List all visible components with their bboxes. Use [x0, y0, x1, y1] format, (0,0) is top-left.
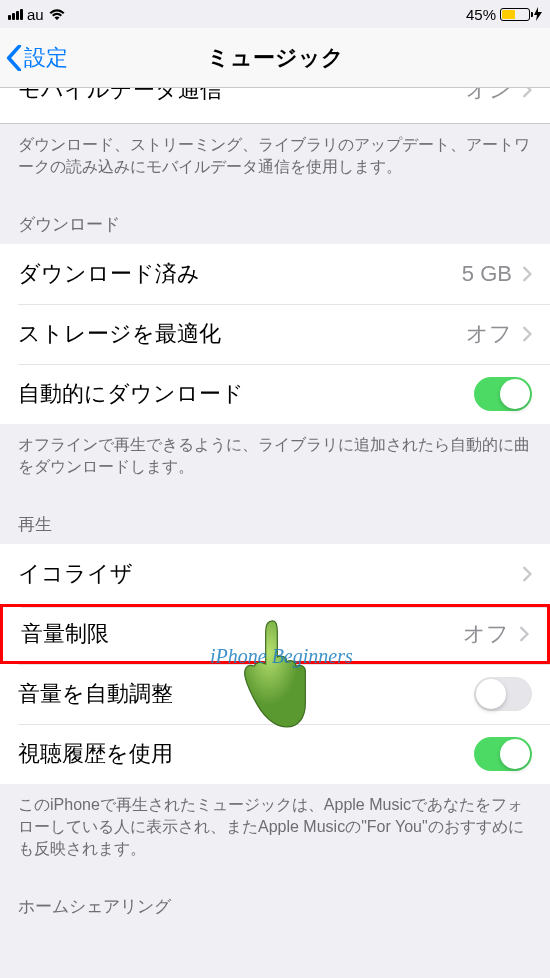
cell-label: ストレージを最適化	[18, 319, 466, 349]
offline-footer: オフラインで再生できるように、ライブラリに追加されたら自動的に曲をダウンロードし…	[0, 424, 550, 493]
playback-header: 再生	[0, 493, 550, 544]
cell-value: 5 GB	[462, 261, 512, 287]
mobile-data-cell[interactable]: モバイルデータ通信 オン	[0, 88, 550, 120]
wifi-icon	[48, 8, 66, 21]
chevron-right-icon	[522, 88, 532, 98]
optimize-storage-cell[interactable]: ストレージを最適化 オフ	[0, 304, 550, 364]
signal-icon	[8, 9, 23, 20]
nav-title: ミュージック	[207, 43, 344, 73]
charging-icon	[534, 7, 542, 21]
cell-label: 自動的にダウンロード	[18, 379, 474, 409]
download-group: ダウンロード済み 5 GB ストレージを最適化 オフ 自動的にダウンロード	[0, 244, 550, 424]
download-header: ダウンロード	[0, 193, 550, 244]
carrier: au	[27, 6, 44, 23]
volume-limit-cell[interactable]: 音量制限 オフ	[0, 604, 550, 664]
use-history-cell: 視聴履歴を使用	[0, 724, 550, 784]
status-bar: au 45%	[0, 0, 550, 28]
auto-download-toggle[interactable]	[474, 377, 532, 411]
cell-label: モバイルデータ通信	[18, 88, 466, 105]
cell-label: 視聴履歴を使用	[18, 739, 474, 769]
cell-label: 音量制限	[21, 619, 463, 649]
status-right: 45%	[466, 6, 542, 23]
status-left: au	[8, 6, 66, 23]
truncated-group: モバイルデータ通信 オン	[0, 88, 550, 124]
back-label: 設定	[24, 43, 68, 73]
home-sharing-header: ホームシェアリング	[0, 875, 550, 918]
chevron-right-icon	[522, 266, 532, 282]
playback-group: イコライザ 音量制限 オフ 音量を自動調整 視聴履歴を使用	[0, 544, 550, 784]
chevron-right-icon	[522, 326, 532, 342]
cell-value: オフ	[463, 619, 509, 649]
cell-label: イコライザ	[18, 559, 522, 589]
battery-icon	[500, 8, 530, 21]
cell-value: オフ	[466, 319, 512, 349]
cell-value: オン	[466, 88, 512, 105]
history-footer: このiPhoneで再生されたミュージックは、Apple Musicであなたをフォ…	[0, 784, 550, 875]
sound-check-toggle[interactable]	[474, 677, 532, 711]
back-button[interactable]: 設定	[6, 43, 68, 73]
sound-check-cell: 音量を自動調整	[0, 664, 550, 724]
downloaded-cell[interactable]: ダウンロード済み 5 GB	[0, 244, 550, 304]
nav-bar: 設定 ミュージック	[0, 28, 550, 88]
battery-percent: 45%	[466, 6, 496, 23]
mobile-data-footer: ダウンロード、ストリーミング、ライブラリのアップデート、アートワークの読み込みに…	[0, 124, 550, 193]
chevron-left-icon	[6, 45, 22, 71]
chevron-right-icon	[519, 626, 529, 642]
use-history-toggle[interactable]	[474, 737, 532, 771]
auto-download-cell: 自動的にダウンロード	[0, 364, 550, 424]
equalizer-cell[interactable]: イコライザ	[0, 544, 550, 604]
cell-label: 音量を自動調整	[18, 679, 474, 709]
cell-label: ダウンロード済み	[18, 259, 462, 289]
chevron-right-icon	[522, 566, 532, 582]
